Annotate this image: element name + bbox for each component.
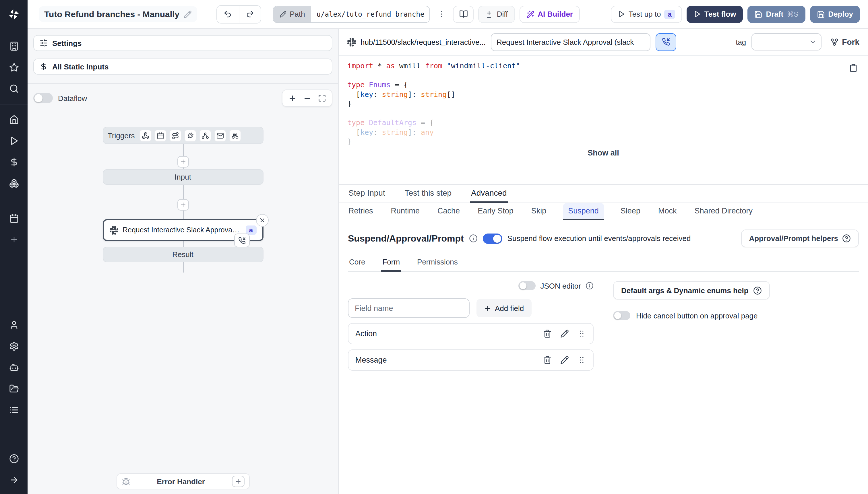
redo-button[interactable] [239,5,260,23]
more-menu-button[interactable] [435,5,449,23]
sidebar-expand-button[interactable] [0,469,27,491]
tag-select[interactable] [751,33,821,51]
subtab-retries[interactable]: Retries [347,203,374,220]
undo-button[interactable] [217,5,239,23]
sidebar-item-variables[interactable] [0,151,27,173]
ai-builder-button[interactable]: AI Builder [519,5,580,23]
triggers-label: Triggers [108,131,135,140]
fork-button[interactable]: Fork [830,37,860,46]
sidebar-item-runs[interactable] [0,130,27,151]
add-field-label: Add field [495,304,524,312]
schedule-trigger-chip[interactable] [154,129,166,141]
sidebar-item-settings[interactable] [0,336,27,357]
tab-core[interactable]: Core [348,255,366,272]
sidebar-item-workspace[interactable] [0,36,27,57]
webhook-trigger-chip[interactable] [139,129,151,141]
edit-title-pencil-icon[interactable] [183,10,191,18]
docs-button[interactable] [453,5,474,23]
subtab-sleep[interactable]: Sleep [620,203,642,220]
tag-label: tag [736,38,746,46]
form-field-row-message[interactable]: Message [348,349,594,370]
delete-field-button[interactable] [543,329,552,338]
subtab-shared-directory[interactable]: Shared Directory [693,203,754,220]
code-editor[interactable]: import * as wmill from "windmill-client"… [339,56,868,185]
sidebar-item-home[interactable] [0,109,27,130]
subtab-skip[interactable]: Skip [530,203,548,220]
sidebar-item-help[interactable] [0,448,27,469]
slack-approval-step-node[interactable]: Request Interactive Slack Approval (... … [103,219,263,241]
tab-advanced[interactable]: Advanced [470,185,508,203]
fit-view-button[interactable] [316,91,328,106]
subtab-cache[interactable]: Cache [436,203,461,220]
zoom-out-button[interactable] [301,91,313,106]
trash-icon [543,356,552,364]
suspend-indicator-chip[interactable] [234,233,250,247]
bug-icon [122,477,130,486]
copy-code-button[interactable] [849,64,858,72]
tab-step-input[interactable]: Step Input [347,185,386,203]
subtab-suspend[interactable]: Suspend [563,203,604,220]
all-static-inputs-button[interactable]: All Static Inputs [33,58,332,75]
insert-step-button-middle[interactable] [177,199,189,211]
edit-field-button[interactable] [560,329,569,338]
kafka-trigger-chip[interactable] [199,129,211,141]
email-trigger-chip[interactable] [214,129,226,141]
plus-icon [179,202,186,208]
zoom-in-button[interactable] [287,91,298,106]
subtab-early-stop[interactable]: Early Stop [477,203,515,220]
route-trigger-chip[interactable] [169,129,181,141]
sidebar-item-workers[interactable] [0,357,27,378]
sidebar-item-search[interactable] [0,78,27,99]
triggers-node[interactable]: Triggers [103,127,263,144]
sidebar-item-add[interactable] [0,229,27,250]
test-flow-button[interactable]: Test flow [687,5,743,23]
input-node[interactable]: Input [103,169,263,185]
diff-button[interactable]: Diff [479,5,515,23]
field-name-input[interactable] [348,298,469,318]
json-editor-toggle[interactable] [518,281,536,290]
form-field-row-action[interactable]: Action [348,323,594,344]
test-up-to-button[interactable]: Test up to a [611,5,682,23]
hub-script-path[interactable]: hub/11500/slack/request_interactive... [347,38,486,46]
subtab-runtime[interactable]: Runtime [390,203,421,220]
default-args-help-button[interactable]: Default args & Dynamic enums help [613,281,770,300]
poll-trigger-chip[interactable] [229,129,241,141]
flow-title-wrap[interactable]: Tuto Refund branches - Manually [39,6,197,22]
insert-step-button-top[interactable] [177,156,189,168]
tab-form[interactable]: Form [381,255,401,272]
sidebar-item-favorites[interactable] [0,57,27,78]
add-error-handler-button[interactable] [232,476,244,487]
dataflow-toggle[interactable] [33,93,53,103]
websocket-trigger-chip[interactable] [184,129,196,141]
sidebar-item-users[interactable] [0,315,27,336]
tab-test-this-step[interactable]: Test this step [404,185,453,203]
sidebar-item-resources[interactable] [0,173,27,194]
step-name-input[interactable] [491,33,650,51]
add-field-button[interactable]: Add field [477,299,531,317]
edit-field-button[interactable] [560,356,569,364]
flow-settings-button[interactable]: Settings [33,35,332,51]
deploy-button[interactable]: Deploy [810,5,860,23]
result-node[interactable]: Result [103,247,263,262]
suspend-enabled-toggle[interactable] [483,233,502,244]
save-icon [755,10,763,18]
info-icon[interactable] [469,234,478,243]
drag-field-handle[interactable] [577,329,586,338]
hide-cancel-toggle[interactable] [613,311,630,320]
draft-button[interactable]: Draft ⌘S [748,5,806,23]
approval-prompt-helpers-button[interactable]: Approval/Prompt helpers [741,229,859,247]
path-input[interactable] [311,6,430,22]
drag-field-handle[interactable] [577,356,586,364]
delete-field-button[interactable] [543,356,552,364]
suspend-shortcut-button[interactable] [655,33,676,51]
tab-permissions[interactable]: Permissions [416,255,459,272]
sidebar-item-folders[interactable] [0,378,27,399]
show-all-button[interactable]: Show all [588,149,619,157]
error-handler-node[interactable]: Error Handler [116,473,250,489]
sidebar-item-schedules[interactable] [0,208,27,229]
info-icon[interactable] [586,282,594,290]
path-edit-button[interactable]: Path [273,6,311,22]
delete-step-button[interactable] [256,214,269,227]
sidebar-item-logs[interactable] [0,399,27,421]
subtab-mock[interactable]: Mock [657,203,678,220]
